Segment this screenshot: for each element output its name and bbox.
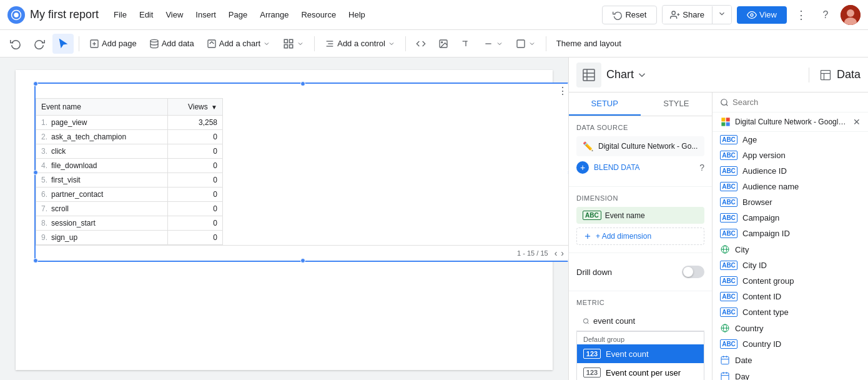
svg-point-5 <box>751 14 753 16</box>
metric-item-event-count-per-user[interactable]: 123 Event count per user <box>577 363 704 380</box>
blend-data-button[interactable]: + BLEND DATA ? <box>576 156 704 179</box>
menu-insert[interactable]: Insert <box>190 8 221 22</box>
tab-style[interactable]: STYLE <box>641 92 713 116</box>
metric-search-container: Default group 123 Event count 123 Event … <box>576 311 704 380</box>
table-row: 9.sign_up 0 <box>36 231 223 245</box>
share-button[interactable]: Share <box>663 6 713 24</box>
select-tool-button[interactable] <box>52 34 74 54</box>
dimension-chip[interactable]: ABC Event name <box>576 207 704 224</box>
resize-handle-tc[interactable] <box>300 81 305 86</box>
resize-handle-mr[interactable] <box>568 170 568 175</box>
field-item[interactable]: City <box>713 241 868 258</box>
data-search-icon <box>720 98 729 107</box>
reset-button[interactable]: Reset <box>602 6 657 24</box>
blend-plus-icon: + <box>576 161 589 174</box>
image-button[interactable] <box>433 34 453 54</box>
data-search-input[interactable] <box>732 98 861 107</box>
add-icon <box>583 232 592 241</box>
field-item[interactable]: ABC App version <box>713 148 868 163</box>
svg-rect-40 <box>721 118 725 121</box>
menu-page[interactable]: Page <box>224 8 252 22</box>
svg-rect-16 <box>284 44 287 48</box>
drill-down-toggle[interactable] <box>682 266 704 278</box>
field-item[interactable]: Date <box>713 352 868 368</box>
add-chart-button[interactable]: Add a chart <box>202 34 276 54</box>
theme-layout-button[interactable]: Theme and layout <box>551 34 626 54</box>
chart-type-dropdown[interactable]: Chart <box>606 68 799 81</box>
add-scorecards-button[interactable] <box>278 34 309 54</box>
field-item[interactable]: ABC Audience name <box>713 179 868 194</box>
add-dimension-button[interactable]: + Add dimension <box>576 228 704 245</box>
field-item[interactable]: ABC Browser <box>713 194 868 210</box>
data-panel-toggle[interactable]: Data <box>819 68 861 81</box>
menu-arrange[interactable]: Arrange <box>255 8 293 22</box>
resize-handle-bl[interactable] <box>33 258 38 263</box>
table-cell-value: 0 <box>167 144 222 159</box>
table-row: 1.page_view 3,258 <box>36 116 223 130</box>
abc-icon: ABC <box>720 166 737 176</box>
add-control-button[interactable]: Add a control <box>320 34 400 54</box>
field-item[interactable]: ABC City ID <box>713 258 868 273</box>
table-widget[interactable]: ⋮ Event name Views ▼ 1.page_view 3,258 2… <box>34 82 568 262</box>
app-icon <box>7 6 25 24</box>
undo-button[interactable] <box>5 34 26 54</box>
shape-button[interactable] <box>511 34 541 54</box>
add-page-button[interactable]: Add page <box>84 34 142 54</box>
canvas[interactable]: ⋮ Event name Views ▼ 1.page_view 3,258 2… <box>0 58 568 380</box>
field-item[interactable]: ABC Campaign ID <box>713 226 868 241</box>
help-button[interactable]: ? <box>816 5 836 25</box>
field-name: Content ID <box>742 292 781 301</box>
table-cell-value: 0 <box>167 188 222 202</box>
data-source-row[interactable]: ✏️ Digital Culture Network - Go... <box>576 136 704 156</box>
data-panel: Digital Culture Network - Google A... ✕ … <box>713 92 868 380</box>
menu-help[interactable]: Help <box>343 8 370 22</box>
field-item[interactable]: ABC Age <box>713 132 868 148</box>
field-item[interactable]: ABC Content type <box>713 304 868 320</box>
tab-setup[interactable]: SETUP <box>569 92 641 116</box>
field-item[interactable]: Country <box>713 320 868 336</box>
resize-handle-bc[interactable] <box>300 258 305 263</box>
data-icon <box>819 69 832 81</box>
resize-handle-tl[interactable] <box>33 81 38 86</box>
panel-header: Chart Data <box>569 58 868 92</box>
field-name: City <box>735 245 749 254</box>
embed-button[interactable] <box>411 34 431 54</box>
metric-item-event-count[interactable]: 123 Event count <box>577 344 704 363</box>
abc-icon: ABC <box>720 276 737 286</box>
menu-resource[interactable]: Resource <box>296 8 341 22</box>
svg-rect-17 <box>290 44 293 48</box>
add-data-button[interactable]: Add data <box>144 34 199 54</box>
resize-handle-tr[interactable] <box>568 81 568 86</box>
user-avatar[interactable] <box>841 5 861 25</box>
table-header-views: Views ▼ <box>167 99 222 116</box>
menu-edit[interactable]: Edit <box>134 8 158 22</box>
menu-view[interactable]: View <box>160 8 188 22</box>
svg-point-36 <box>583 318 588 322</box>
toolbar-divider-4 <box>546 36 546 51</box>
help-icon[interactable]: ? <box>699 162 704 172</box>
prev-page-button[interactable]: ‹ <box>553 248 559 258</box>
text-button[interactable] <box>456 34 476 54</box>
widget-more-icon[interactable]: ⋮ <box>558 85 568 97</box>
field-item[interactable]: ABC Audience ID <box>713 163 868 179</box>
field-item[interactable]: ABC Country ID <box>713 336 868 352</box>
more-options-button[interactable]: ⋮ <box>792 4 811 26</box>
abc-icon: ABC <box>720 229 737 238</box>
data-source-badge-close[interactable]: ✕ <box>853 117 861 127</box>
view-button[interactable]: View <box>737 6 787 24</box>
field-item[interactable]: Day <box>713 368 868 380</box>
next-page-button[interactable]: › <box>560 248 565 258</box>
field-item[interactable]: ABC Content group <box>713 273 868 289</box>
field-name: Content type <box>742 308 789 317</box>
field-item[interactable]: ABC Campaign <box>713 210 868 226</box>
share-dropdown-button[interactable] <box>713 6 731 24</box>
line-button[interactable] <box>478 34 508 54</box>
field-name: Date <box>735 356 752 365</box>
menu-file[interactable]: File <box>109 8 132 22</box>
table-cell-value: 0 <box>167 130 222 144</box>
resize-handle-ml[interactable] <box>33 170 38 175</box>
metric-search-input[interactable] <box>593 316 698 326</box>
redo-button[interactable] <box>29 34 50 54</box>
resize-handle-br[interactable] <box>568 258 568 263</box>
field-item[interactable]: ABC Content ID <box>713 289 868 304</box>
